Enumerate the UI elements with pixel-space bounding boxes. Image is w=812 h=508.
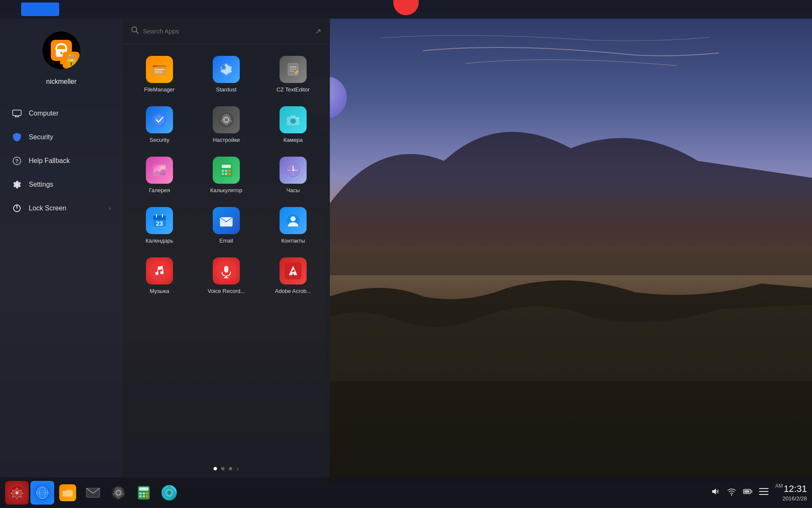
app-label-security: Security xyxy=(150,137,170,143)
app-icon-calculator: − × + = xyxy=(213,157,240,184)
apps-grid: FileManager Stardust xyxy=(123,44,330,460)
app-icon-adobe xyxy=(280,257,307,284)
app-icon-filemanager xyxy=(146,56,173,83)
app-item-calendar[interactable]: 23 Календарь xyxy=(128,202,191,249)
app-label-cztexteditor: CZ TextEditor xyxy=(277,86,310,93)
svg-point-73 xyxy=(152,263,167,279)
menu-items: Computer Security ? Help Fallback xyxy=(0,94,123,478)
menu-item-security-label: Security xyxy=(29,133,111,141)
menu-lines-icon[interactable] xyxy=(759,488,768,497)
page-indicators: › xyxy=(123,460,330,478)
menu-item-settings[interactable]: Settings xyxy=(0,174,123,196)
svg-rect-6 xyxy=(60,59,73,64)
taskbar-icon-email[interactable] xyxy=(81,481,105,505)
svg-rect-111 xyxy=(744,490,749,493)
svg-text:×: × xyxy=(226,169,228,172)
date-display: 2016/2/28 xyxy=(775,495,807,502)
app-label-filemanager: FileManager xyxy=(144,86,175,93)
svg-text:+: + xyxy=(222,172,224,175)
app-item-stardust[interactable]: Stardust xyxy=(195,51,258,98)
svg-point-5 xyxy=(60,52,63,54)
volume-icon[interactable] xyxy=(711,487,720,498)
wifi-icon[interactable] xyxy=(727,487,736,498)
app-icon-clock xyxy=(280,157,307,184)
app-item-adobe[interactable]: Adobe Acrob... xyxy=(261,252,325,299)
top-tab[interactable] xyxy=(21,3,59,16)
svg-rect-101 xyxy=(143,492,145,494)
app-label-email: Email xyxy=(219,237,233,244)
svg-rect-19 xyxy=(154,71,162,72)
app-item-voicerecorder[interactable]: Voice Record... xyxy=(195,252,258,299)
svg-rect-104 xyxy=(143,495,145,497)
time-display: AM12:31 xyxy=(775,483,807,495)
battery-icon xyxy=(743,487,752,498)
taskbar-icon-calculator[interactable] xyxy=(132,481,156,505)
menu-item-computer[interactable]: Computer xyxy=(0,102,123,124)
svg-rect-18 xyxy=(154,69,165,70)
svg-point-72 xyxy=(291,216,296,221)
expand-icon[interactable]: ↗ xyxy=(315,27,321,36)
app-item-security[interactable]: Security xyxy=(128,101,191,148)
app-icon-voicerecorder xyxy=(213,257,240,284)
app-item-settings[interactable]: Настройки xyxy=(195,101,258,148)
avatar: LITE xyxy=(42,31,80,69)
app-item-cztexteditor[interactable]: CZ TextEditor xyxy=(261,51,325,98)
app-icon-email xyxy=(213,207,240,234)
app-item-clock[interactable]: Часы xyxy=(261,152,325,199)
page-next-arrow[interactable]: › xyxy=(236,465,239,472)
svg-rect-103 xyxy=(139,495,142,497)
svg-rect-34 xyxy=(291,116,296,118)
gear-icon xyxy=(12,179,22,190)
page-dot-1[interactable] xyxy=(214,467,217,470)
app-label-voicerecorder: Voice Record... xyxy=(208,288,245,294)
page-dot-3[interactable] xyxy=(229,467,232,470)
search-icon xyxy=(131,26,139,36)
svg-rect-49 xyxy=(228,173,231,175)
menu-item-computer-label: Computer xyxy=(29,110,111,117)
help-icon: ? xyxy=(12,156,22,166)
app-icon-camera xyxy=(280,106,307,133)
taskbar-icon-settings[interactable] xyxy=(107,481,130,505)
menu-item-settings-label: Settings xyxy=(29,181,111,188)
app-label-music: Музыка xyxy=(150,288,169,294)
clock-area: AM12:31 2016/2/28 xyxy=(775,483,807,502)
app-item-email[interactable]: Email xyxy=(195,202,258,249)
app-item-filemanager[interactable]: FileManager xyxy=(128,51,191,98)
svg-point-108 xyxy=(167,491,171,494)
svg-rect-8 xyxy=(13,110,21,116)
svg-text:LITE: LITE xyxy=(63,61,69,64)
menu-item-lockscreen-label: Lock Screen xyxy=(29,204,102,212)
app-icon-texteditor xyxy=(280,56,307,83)
menu-item-help[interactable]: ? Help Fallback xyxy=(0,150,123,172)
taskbar-icon-files[interactable] xyxy=(56,481,80,505)
app-label-settings: Настройки xyxy=(213,137,240,143)
svg-rect-25 xyxy=(288,64,298,75)
page-dot-2[interactable] xyxy=(221,467,225,470)
app-item-calculator[interactable]: − × + = Калькулятор xyxy=(195,152,258,199)
taskbar-icon-camera[interactable] xyxy=(157,481,181,505)
app-icon-stardust xyxy=(213,56,240,83)
svg-point-63 xyxy=(292,169,294,171)
monitor-icon xyxy=(12,108,22,119)
app-item-camera[interactable]: Камера xyxy=(261,101,325,148)
username: nickmeller xyxy=(46,78,77,86)
app-label-stardust: Stardust xyxy=(216,86,236,93)
svg-rect-100 xyxy=(139,492,142,494)
lockscreen-arrow: › xyxy=(109,205,111,212)
app-icon-contacts xyxy=(280,207,307,234)
search-input[interactable] xyxy=(143,28,311,35)
app-label-contacts: Контакты xyxy=(281,237,305,244)
app-label-calculator: Калькулятор xyxy=(210,187,242,193)
taskbar-icon-browser[interactable] xyxy=(30,481,54,505)
taskbar-icon-logo[interactable] xyxy=(5,481,29,505)
taskbar-icons xyxy=(5,481,711,505)
svg-rect-99 xyxy=(139,487,148,491)
menu-item-security[interactable]: Security xyxy=(0,126,123,148)
app-label-camera: Камера xyxy=(283,137,302,143)
app-item-music[interactable]: Музыка xyxy=(128,252,191,299)
app-item-gallery[interactable]: Галерея xyxy=(128,152,191,199)
time-value: 12:31 xyxy=(784,483,807,494)
taskbar: AM12:31 2016/2/28 xyxy=(0,478,812,508)
menu-item-lockscreen[interactable]: Lock Screen › xyxy=(0,197,123,219)
app-item-contacts[interactable]: Контакты xyxy=(261,202,325,249)
